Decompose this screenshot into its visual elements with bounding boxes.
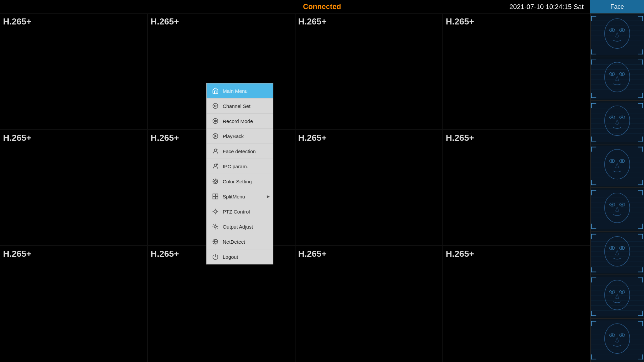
ptz-icon: [211, 207, 219, 216]
svg-rect-34: [638, 60, 643, 60]
svg-rect-139: [642, 311, 643, 316]
svg-rect-14: [638, 16, 643, 17]
svg-rect-54: [638, 103, 643, 104]
svg-rect-114: [638, 234, 643, 235]
svg-point-124: [611, 291, 613, 293]
svg-rect-79: [642, 180, 643, 185]
svg-rect-115: [642, 234, 643, 239]
camera-label-9: H.265+: [151, 249, 179, 259]
svg-rect-182: [216, 197, 218, 199]
svg-rect-38: [638, 97, 643, 98]
camera-label-6: H.265+: [298, 133, 327, 143]
svg-rect-93: [591, 190, 592, 195]
menu-item-split-menu[interactable]: SplitMenu▶: [207, 189, 273, 204]
svg-point-174: [214, 180, 217, 183]
svg-rect-20: [591, 59, 644, 99]
svg-rect-52: [591, 103, 596, 104]
svg-rect-35: [642, 60, 643, 65]
menu-item-main-menu[interactable]: Main Menu: [207, 83, 273, 99]
svg-rect-80: [591, 190, 644, 230]
menu-item-color-setting[interactable]: Color Setting: [207, 174, 273, 189]
svg-point-188: [214, 226, 217, 228]
camera-label-5: H.265+: [151, 133, 179, 143]
svg-point-171: [216, 164, 217, 165]
top-bar: Connected 2021-07-10 10:24:15 Sat Face: [0, 0, 644, 13]
menu-item-channel-set[interactable]: Channel Set: [207, 99, 273, 114]
menu-item-output-adjust[interactable]: Output Adjust: [207, 219, 273, 234]
svg-rect-95: [642, 190, 643, 195]
svg-rect-56: [591, 141, 596, 141]
net-icon: [211, 238, 219, 246]
split-icon: [211, 192, 219, 200]
svg-rect-59: [642, 136, 643, 141]
svg-rect-157: [591, 354, 592, 359]
menu-item-logout[interactable]: Logout: [207, 249, 273, 264]
main-menu-overlay: Main MenuChannel SetRecord ModePlayBackF…: [206, 83, 273, 264]
svg-rect-55: [642, 103, 643, 108]
svg-rect-12: [591, 16, 596, 17]
svg-rect-39: [642, 93, 643, 98]
menu-item-ptz-control[interactable]: PTZ Control: [207, 204, 273, 219]
svg-point-45: [621, 116, 623, 118]
camera-cell-10: H.265+: [295, 246, 443, 362]
svg-rect-58: [638, 141, 643, 141]
camera-label-1: H.265+: [151, 16, 179, 27]
face-button[interactable]: Face: [590, 0, 644, 13]
menu-item-label-record-mode: Record Mode: [223, 118, 253, 124]
datetime-label: 2021-07-10 10:24:15 Sat: [509, 3, 584, 11]
svg-rect-119: [642, 267, 643, 272]
svg-rect-159: [642, 354, 643, 359]
face-thumb-4[interactable]: [590, 188, 644, 231]
svg-rect-16: [591, 54, 596, 54]
camera-label-8: H.265+: [3, 249, 32, 259]
face-thumb-3[interactable]: [590, 144, 644, 188]
svg-rect-97: [591, 224, 592, 229]
home-icon: [211, 87, 219, 95]
svg-rect-19: [642, 49, 643, 54]
menu-item-label-main-menu: Main Menu: [223, 88, 248, 94]
camera-cell-6: H.265+: [295, 130, 443, 246]
face-thumb-2[interactable]: [590, 101, 644, 144]
menu-item-netdetect[interactable]: NetDetect: [207, 234, 273, 249]
svg-point-65: [621, 160, 623, 162]
menu-item-label-color-setting: Color Setting: [223, 179, 252, 184]
svg-point-165: [214, 120, 217, 122]
svg-point-44: [611, 116, 613, 118]
menu-item-ipc-param[interactable]: IPC param.: [207, 159, 273, 174]
svg-rect-94: [638, 190, 643, 191]
svg-rect-113: [591, 234, 592, 239]
camera-label-10: H.265+: [298, 249, 327, 259]
svg-rect-74: [638, 147, 643, 147]
menu-item-record-mode[interactable]: Record Mode: [207, 114, 273, 129]
svg-point-169: [216, 149, 217, 150]
face-thumb-5[interactable]: [590, 231, 644, 275]
svg-point-84: [611, 203, 613, 205]
svg-rect-76: [591, 184, 596, 185]
svg-rect-96: [591, 228, 596, 229]
svg-line-191: [213, 225, 214, 225]
camera-label-0: H.265+: [3, 16, 32, 27]
channel-icon: [211, 102, 219, 110]
svg-point-161: [215, 105, 216, 107]
svg-rect-37: [591, 93, 592, 98]
face-thumb-1[interactable]: [590, 57, 644, 101]
svg-rect-140: [591, 320, 644, 360]
svg-line-192: [217, 228, 218, 229]
svg-rect-99: [642, 224, 643, 229]
face-thumb-7[interactable]: [590, 318, 644, 362]
menu-item-label-logout: Logout: [223, 254, 238, 260]
face-thumb-0[interactable]: [590, 13, 644, 57]
menu-item-face-detection[interactable]: Face detection: [207, 144, 273, 159]
menu-item-playback[interactable]: PlayBack: [207, 129, 273, 144]
svg-point-144: [611, 334, 613, 336]
svg-point-183: [214, 210, 217, 213]
menu-item-label-split-menu: SplitMenu: [223, 194, 245, 199]
svg-rect-98: [638, 228, 643, 229]
svg-rect-118: [638, 272, 643, 272]
menu-item-label-channel-set: Channel Set: [223, 103, 251, 109]
face-thumb-6[interactable]: [590, 275, 644, 318]
camera-cell-3: H.265+: [443, 13, 590, 130]
svg-rect-133: [591, 278, 592, 283]
svg-rect-92: [591, 190, 596, 191]
svg-rect-73: [591, 147, 592, 152]
